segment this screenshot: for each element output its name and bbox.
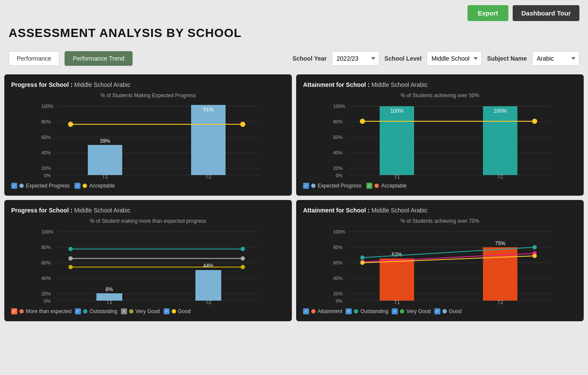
svg-text:62%: 62% (392, 252, 402, 258)
svg-text:100%: 100% (41, 104, 53, 109)
svg-text:44%: 44% (203, 263, 214, 269)
svg-text:40%: 40% (41, 276, 51, 281)
legend4-cb-out: ✓ (346, 308, 352, 314)
svg-text:91%: 91% (203, 107, 214, 113)
school-year-select[interactable]: 2022/23 (332, 51, 379, 66)
svg-text:100%: 100% (333, 229, 345, 234)
svg-text:100%: 100% (41, 229, 53, 234)
legend4-dot-out (354, 309, 358, 314)
chart3-subtitle: % of Student making more than expected p… (11, 218, 285, 224)
chart1-subtitle: % of Students Making Expected Progress (11, 92, 285, 98)
chart2-title: Attainment for School : Middle School Ar… (303, 81, 577, 88)
legend2-dot-ep (311, 184, 316, 188)
svg-text:60%: 60% (41, 135, 51, 140)
chart4-svg: 100% 80% 60% 40% 20% 0% 62% 75% (303, 227, 577, 305)
svg-point-16 (240, 122, 245, 127)
legend4-good: ✓ Good (434, 308, 461, 314)
chart-progress-more: Progress for School : Middle School Arab… (4, 200, 292, 321)
svg-text:20%: 20% (41, 291, 51, 296)
svg-point-60 (241, 265, 245, 269)
svg-text:60%: 60% (41, 260, 51, 265)
school-level-label: School Level (384, 55, 421, 62)
svg-text:0%: 0% (336, 173, 343, 178)
legend4-cb-g: ✓ (434, 308, 440, 314)
svg-text:0%: 0% (44, 173, 51, 178)
svg-text:80%: 80% (41, 245, 51, 250)
svg-point-15 (68, 122, 73, 127)
chart1-area: 100% 80% 60% 40% 20% 0% 39% 91% (11, 102, 285, 179)
legend4-verygood: ✓ Very Good (392, 308, 431, 314)
legend3-dot-mte (19, 309, 24, 314)
chart1-legend: ✓ Expected Progress ✓ Acceptable (11, 183, 285, 189)
svg-text:20%: 20% (41, 166, 51, 171)
svg-text:T1: T1 (394, 299, 400, 305)
legend4-dot-vg (400, 309, 404, 314)
chart1-bar-t1 (88, 145, 122, 175)
svg-text:80%: 80% (41, 119, 51, 124)
legend3-cb-g: ✓ (164, 308, 170, 314)
legend-dot-acc (83, 184, 87, 188)
svg-text:0%: 0% (336, 298, 343, 304)
svg-point-53 (68, 247, 73, 251)
chart4-legend: ✓ Attainment ✓ Outstanding ✓ Very Good ✓… (303, 308, 577, 314)
chart3-legend: ✓ More than expected ✓ Outstanding ✓ Ver… (11, 308, 285, 314)
legend3-verygood: ✓ Very Good (121, 308, 160, 314)
legend3-cb-mte: ✓ (11, 308, 17, 314)
legend-expected-progress: ✓ Expected Progress (11, 183, 69, 189)
chart-attainment-70: Attainment for School : Middle School Ar… (296, 200, 584, 321)
legend3-dot-vg (129, 309, 133, 314)
chart2-subtitle: % of Students achieving over 50% (303, 92, 577, 98)
chart1-bar-t2 (191, 105, 226, 175)
tab-performance-trend[interactable]: Performance Trend (65, 51, 133, 66)
svg-point-85 (532, 254, 537, 258)
tab-performance[interactable]: Performance (9, 51, 59, 66)
svg-point-84 (360, 261, 365, 265)
svg-text:100%: 100% (390, 108, 404, 114)
svg-point-57 (241, 256, 245, 261)
svg-point-79 (532, 245, 537, 249)
legend-acceptable: ✓ Acceptable (74, 183, 115, 189)
chart-attainment-50: Attainment for School : Middle School Ar… (296, 74, 584, 196)
svg-point-54 (241, 247, 245, 251)
export-button[interactable]: Export (467, 5, 509, 21)
chart4-bar-t1 (380, 258, 414, 301)
svg-text:100%: 100% (333, 104, 345, 109)
legend3-cb-vg: ✓ (121, 308, 127, 314)
school-year-label: School Year (292, 55, 327, 62)
chart2-svg: 100% 80% 60% 40% 20% 0% 100% 100% (303, 102, 577, 179)
legend2-cb-acc: ✓ (366, 183, 372, 189)
chart2-legend: ✓ Expected Progress ✓ Acceptable (303, 183, 577, 189)
chart4-title: Attainment for School : Middle School Ar… (303, 207, 577, 214)
legend3-dot-out (83, 309, 87, 314)
legend3-cb-out: ✓ (75, 308, 81, 314)
legend2-acc: ✓ Acceptable (366, 183, 406, 189)
chart3-bar-t2 (195, 270, 221, 301)
legend4-att: ✓ Attainment (303, 308, 342, 314)
filter-bar: Performance Performance Trend School Yea… (0, 47, 588, 70)
svg-text:100%: 100% (494, 108, 507, 114)
subject-name-label: Subject Name (487, 55, 527, 62)
school-level-select[interactable]: Middle School (427, 51, 482, 66)
chart3-title: Progress for School : Middle School Arab… (11, 207, 285, 214)
legend4-dot-att (311, 309, 316, 314)
svg-text:80%: 80% (333, 245, 343, 250)
legend3-good: ✓ Good (164, 308, 191, 314)
svg-text:0%: 0% (44, 298, 51, 304)
legend2-cb-ep: ✓ (303, 183, 309, 189)
legend4-cb-att: ✓ (303, 308, 309, 314)
subject-name-select[interactable]: Arabic (532, 51, 579, 66)
chart1-svg: 100% 80% 60% 40% 20% 0% 39% 91% (11, 102, 285, 179)
legend-cb-ep: ✓ (11, 183, 17, 189)
svg-point-78 (360, 255, 365, 260)
legend2-ep: ✓ Expected Progress (303, 183, 361, 189)
svg-text:39%: 39% (100, 138, 110, 144)
svg-text:60%: 60% (333, 260, 343, 265)
svg-text:20%: 20% (333, 166, 343, 171)
legend3-dot-g (172, 309, 176, 314)
dashboard-tour-button[interactable]: Dashboard Tour (513, 5, 579, 21)
chart2-bar-t2 (483, 106, 517, 175)
svg-text:20%: 20% (333, 291, 343, 296)
charts-grid: Progress for School : Middle School Arab… (0, 74, 588, 326)
svg-text:T1: T1 (106, 299, 112, 305)
chart-progress-expected: Progress for School : Middle School Arab… (4, 74, 292, 196)
